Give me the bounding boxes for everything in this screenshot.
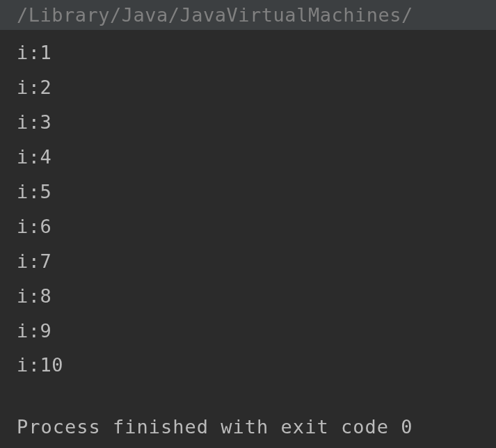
output-lines-container: i:1 i:2 i:3 i:4 i:5 i:6 i:7 i:8 i:9 i:10 xyxy=(0,30,496,383)
output-line: i:6 xyxy=(17,209,496,244)
output-line: i:3 xyxy=(17,105,496,140)
output-line: i:1 xyxy=(17,35,496,70)
exit-code-message: Process finished with exit code 0 xyxy=(0,416,496,438)
output-line: i:2 xyxy=(17,70,496,105)
output-line: i:9 xyxy=(17,314,496,349)
output-line: i:10 xyxy=(17,348,496,383)
output-line: i:7 xyxy=(17,244,496,279)
console-output-panel: /Library/Java/JavaVirtualMachines/ i:1 i… xyxy=(0,0,496,448)
blank-line xyxy=(0,383,496,416)
command-path-line: /Library/Java/JavaVirtualMachines/ xyxy=(0,0,496,30)
output-line: i:8 xyxy=(17,279,496,314)
output-line: i:4 xyxy=(17,140,496,175)
output-line: i:5 xyxy=(17,175,496,209)
